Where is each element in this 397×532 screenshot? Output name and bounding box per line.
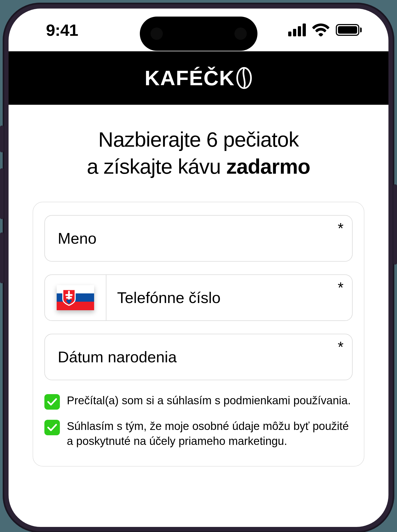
- coffee-bean-icon: [236, 67, 252, 89]
- phone-frame: 9:41 KAFÉČK: [3, 3, 394, 532]
- side-button: [393, 184, 397, 265]
- phone-field[interactable]: *: [44, 274, 353, 321]
- required-mark: *: [338, 219, 344, 237]
- screen: 9:41 KAFÉČK: [9, 9, 388, 527]
- terms-checkbox[interactable]: [44, 394, 60, 410]
- wifi-icon: [312, 24, 329, 36]
- brand-logo: KAFÉČK: [145, 66, 252, 90]
- content: Nazbierajte 6 pečiatok a získajte kávu z…: [9, 105, 388, 467]
- status-time: 9:41: [46, 21, 78, 40]
- check-icon: [47, 398, 57, 406]
- brand-text: KAFÉČK: [145, 66, 235, 90]
- status-bar: 9:41: [9, 9, 388, 51]
- battery-icon: [336, 24, 362, 36]
- cellular-icon: [288, 24, 306, 36]
- headline-line2-bold: zadarmo: [226, 155, 310, 178]
- dob-field[interactable]: *: [44, 334, 353, 380]
- camera-dot: [151, 28, 163, 40]
- name-input[interactable]: [58, 229, 339, 247]
- flag-slovakia-icon: [57, 285, 94, 310]
- terms-label: Prečítal(a) som si a súhlasím s podmienk…: [67, 393, 351, 408]
- side-button: [0, 126, 4, 152]
- status-icons: [288, 24, 362, 36]
- sensor-dot: [234, 28, 247, 40]
- signup-form: * *: [33, 202, 364, 467]
- phone-input[interactable]: [117, 289, 341, 306]
- marketing-check-row[interactable]: Súhlasím s tým, že moje osobné údaje môž…: [44, 419, 353, 449]
- headline: Nazbierajte 6 pečiatok a získajte kávu z…: [33, 126, 364, 180]
- headline-line1: Nazbierajte 6 pečiatok: [98, 128, 299, 151]
- terms-check-row[interactable]: Prečítal(a) som si a súhlasím s podmienk…: [44, 393, 353, 410]
- consent-checks: Prečítal(a) som si a súhlasím s podmienk…: [44, 393, 353, 449]
- required-mark: *: [338, 279, 344, 296]
- country-selector[interactable]: [45, 275, 106, 320]
- name-field[interactable]: *: [44, 215, 353, 262]
- check-icon: [47, 424, 57, 432]
- side-button: [0, 232, 4, 283]
- marketing-label: Súhlasím s tým, že moje osobné údaje môž…: [67, 419, 353, 449]
- app-header: KAFÉČK: [9, 51, 388, 105]
- side-button: [0, 168, 4, 219]
- dynamic-island: [140, 17, 257, 51]
- marketing-checkbox[interactable]: [44, 420, 60, 435]
- required-mark: *: [338, 338, 344, 355]
- dob-input[interactable]: [58, 348, 339, 366]
- headline-line2-prefix: a získajte kávu: [87, 155, 226, 178]
